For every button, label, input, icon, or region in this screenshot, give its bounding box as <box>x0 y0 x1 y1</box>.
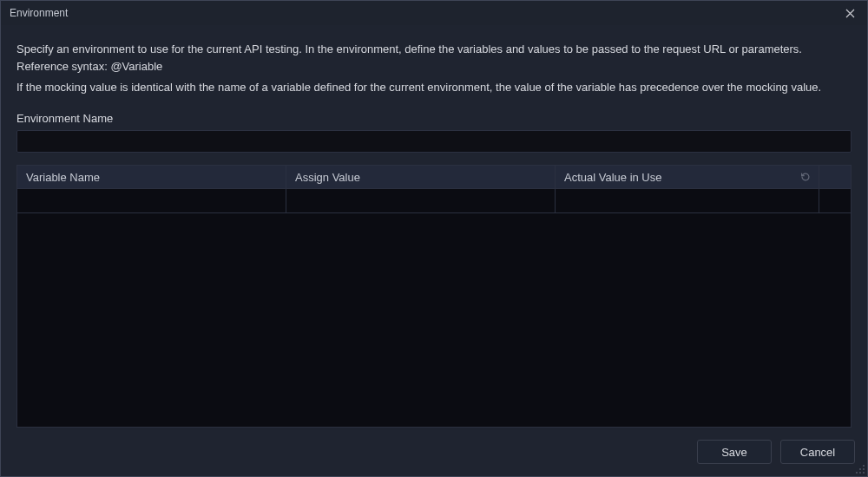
dialog-content: Specify an environment to use for the cu… <box>1 25 867 428</box>
svg-point-0 <box>863 465 865 467</box>
column-header-actual-value-label: Actual Value in Use <box>564 171 662 184</box>
svg-point-4 <box>859 472 861 474</box>
environment-dialog: Environment Specify an environment to us… <box>0 0 868 477</box>
close-button[interactable] <box>832 1 867 25</box>
column-header-variable-name[interactable]: Variable Name <box>17 166 286 188</box>
description-text-1: Specify an environment to use for the cu… <box>16 41 852 75</box>
reset-icon[interactable] <box>799 171 812 183</box>
svg-point-1 <box>859 468 861 470</box>
cell-assign-value[interactable] <box>286 189 556 212</box>
title-bar: Environment <box>1 1 867 25</box>
table-row[interactable] <box>16 189 852 213</box>
cancel-button[interactable]: Cancel <box>780 440 855 464</box>
dialog-footer: Save Cancel <box>1 428 867 476</box>
close-icon <box>845 9 855 18</box>
table-header-row: Variable Name Assign Value Actual Value … <box>16 165 852 189</box>
column-header-actual-value[interactable]: Actual Value in Use <box>556 166 819 188</box>
svg-point-5 <box>863 472 865 474</box>
cell-variable-name[interactable] <box>17 189 286 212</box>
cell-actual-value[interactable] <box>556 189 819 212</box>
table-empty-area <box>16 213 852 428</box>
environment-name-input[interactable] <box>16 130 852 153</box>
cell-actions[interactable] <box>819 189 851 212</box>
environment-name-label: Environment Name <box>16 112 852 125</box>
window-title: Environment <box>10 7 68 19</box>
column-header-assign-value[interactable]: Assign Value <box>286 166 556 188</box>
save-button[interactable]: Save <box>697 440 772 464</box>
variables-table: Variable Name Assign Value Actual Value … <box>16 165 852 428</box>
svg-point-3 <box>856 472 858 474</box>
description-text-2: If the mocking value is identical with t… <box>16 79 852 96</box>
column-header-actions <box>819 166 851 188</box>
resize-grip-icon[interactable] <box>855 464 865 474</box>
svg-point-2 <box>863 468 865 470</box>
